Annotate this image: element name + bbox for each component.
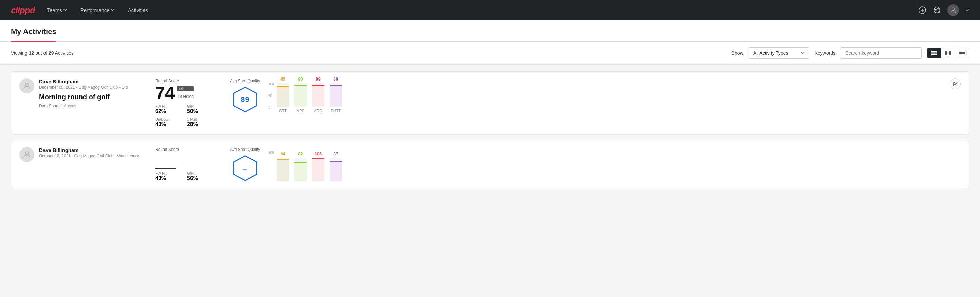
user-name: Dave Billingham [39,78,128,84]
data-source: Data Source: Arccos [39,104,128,109]
show-filter-group: Show: All Activity Types [732,47,809,59]
bar-arg: 89 ARG [312,77,324,113]
card-quality: Avg Shot Quality ... 100 [223,147,961,182]
card-stats: Round Score FW Hit 43% GIR 56% [148,147,223,182]
navbar: clippd Teams Performance Activities [0,0,980,21]
bars-container: 85 OTT 90 [277,82,342,113]
fw-hit-stat: FW Hit 62% [155,104,185,115]
keywords-filter-group: Keywords: [815,47,921,59]
keywords-label: Keywords: [815,50,837,56]
updown-stat: Up/Down 43% [155,117,185,128]
svg-rect-9 [959,51,965,51]
activity-type-select[interactable]: All Activity Types [748,47,809,59]
avatar [19,147,34,162]
avg-shot-quality-label: Avg Shot Quality [230,78,260,83]
card-quality: Avg Shot Quality 89 100 50 0 [223,78,947,113]
user-avatar[interactable] [947,5,959,16]
bar-ott: 85 OTT [277,77,289,113]
bar-app: 90 APP [294,77,307,113]
grid-view-button[interactable] [941,48,955,58]
score-number: 74 [155,84,175,102]
bar-ott-2: 94 [277,152,289,182]
user-date: December 05, 2021 - Gog Magog Golf Club … [39,85,128,90]
svg-rect-11 [959,53,965,54]
user-info: Dave Billingham October 16, 2021 - Gog M… [39,147,139,158]
compact-view-button[interactable] [955,48,969,58]
score-badge: +4 [177,86,194,91]
hexagon: 89 [232,86,259,113]
filters-bar: Viewing 12 out of 29 Activities Show: Al… [0,42,980,65]
svg-rect-3 [931,53,937,54]
one-putt-stat: 1 Putt 28% [187,117,216,128]
nav-performance[interactable]: Performance [79,0,116,21]
round-score-label: Round Score [155,147,216,152]
view-toggles [927,48,969,59]
svg-rect-10 [959,52,965,53]
hexagon: ... [232,155,259,182]
nav-icons [918,5,969,16]
bar-chart-area: 100 50 0 85 OTT [268,82,940,113]
page-header: My Activities [0,21,980,42]
refresh-button[interactable] [933,6,940,14]
avg-shot-quality-label: Avg Shot Quality [230,147,260,152]
compact-view-icon [959,51,965,55]
activity-title: Morning round of golf [39,93,128,101]
logo[interactable]: clippd [11,5,35,16]
fw-hit-stat: FW Hit 43% [155,171,185,182]
user-name: Dave Billingham [39,147,139,153]
bar-app-2: 82 [294,152,307,182]
shot-quality-hex: Avg Shot Quality ... [230,147,260,182]
chevron-down-icon [64,9,67,11]
round-score-value [155,153,216,169]
score-holes: 18 Holes [178,94,194,99]
card-edit [947,78,961,89]
gir-stat: GIR 56% [187,171,216,182]
card-left: Dave Billingham October 16, 2021 - Gog M… [19,147,148,162]
show-label: Show: [732,50,745,56]
user-menu-chevron-icon[interactable] [966,9,969,11]
edit-icon [953,81,958,86]
avatar [19,78,34,93]
svg-rect-6 [949,51,951,53]
stat-grid: FW Hit 43% GIR 56% [155,171,216,182]
activity-card: Dave Billingham December 05, 2021 - Gog … [11,71,969,134]
card-stats: Round Score 74 +4 18 Holes FW Hit 62% GI… [148,78,223,128]
grid-view-icon [945,51,951,55]
user-date: October 16, 2021 - Gog Magog Golf Club -… [39,153,139,158]
y-axis: 100 50 0 [268,82,275,109]
svg-rect-8 [949,53,951,55]
gir-stat: GIR 50% [187,104,216,115]
stat-grid: FW Hit 62% GIR 50% Up/Down 43% 1 Putt 28… [155,104,216,128]
bar-arg-2: 106 [312,152,324,182]
shot-quality-hex: Avg Shot Quality 89 [230,78,260,113]
list-view-button[interactable] [928,48,941,58]
bar-putt: 89 PUTT [330,77,342,113]
round-score-value: 74 +4 18 Holes [155,84,216,102]
nav-teams[interactable]: Teams [46,0,68,21]
bars-container: 94 82 [277,151,342,182]
add-button[interactable] [918,6,926,14]
main-content: Dave Billingham December 05, 2021 - Gog … [0,65,980,201]
svg-rect-12 [959,55,965,55]
round-score-label: Round Score [155,78,216,83]
chevron-down-icon [111,9,115,11]
activity-card: Dave Billingham October 16, 2021 - Gog M… [11,140,969,189]
svg-rect-4 [931,54,937,55]
svg-rect-7 [945,53,947,55]
svg-point-13 [25,83,29,86]
svg-point-1 [952,8,955,10]
bar-chart: 100 94 82 [268,147,954,182]
bar-chart-area: 100 94 82 [268,151,954,182]
y-axis: 100 [268,151,275,178]
user-info: Dave Billingham December 05, 2021 - Gog … [39,78,128,109]
svg-rect-5 [945,51,947,53]
edit-button[interactable] [950,78,961,89]
nav-activities[interactable]: Activities [127,0,150,21]
viewing-text: Viewing 12 out of 29 Activities [11,50,726,56]
bar-putt-2: 87 [330,152,342,182]
card-left: Dave Billingham December 05, 2021 - Gog … [19,78,148,109]
search-input[interactable] [840,47,921,59]
bar-chart: 100 50 0 85 OTT [268,79,940,113]
svg-point-15 [25,152,29,155]
hexagon-value: ... [242,165,248,172]
